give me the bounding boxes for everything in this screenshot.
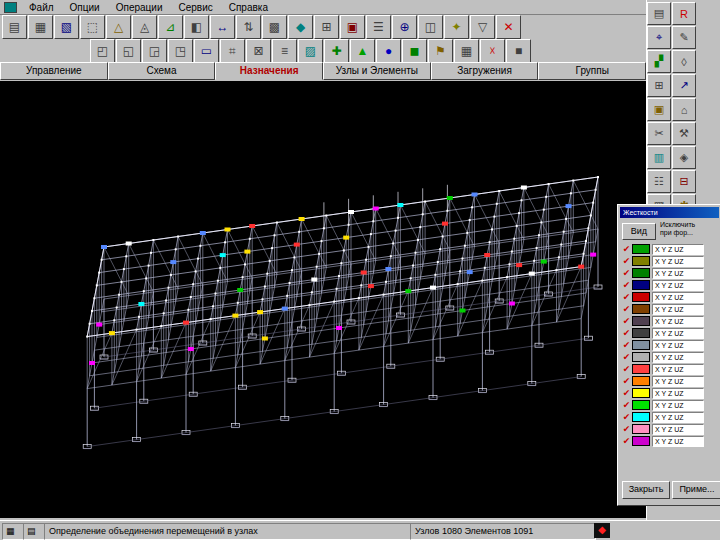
rigidity-row[interactable]: ✔X Y Z UZ: [621, 255, 719, 267]
rigidity-row[interactable]: ✔X Y Z UZ: [621, 387, 719, 399]
check-icon[interactable]: ✔: [621, 256, 632, 266]
check-icon[interactable]: ✔: [621, 388, 632, 398]
rigidity-row[interactable]: ✔X Y Z UZ: [621, 327, 719, 339]
check-icon[interactable]: ✔: [621, 400, 632, 410]
toolbar2-button-9[interactable]: ▨: [298, 39, 323, 63]
toolbar2-button-15[interactable]: ▦: [454, 39, 479, 63]
menu-item-4[interactable]: Сервис: [170, 1, 220, 14]
check-icon[interactable]: ✔: [621, 316, 632, 326]
dialog-titlebar[interactable]: Жесткости: [620, 207, 719, 218]
toolbar1-button-20[interactable]: ✕: [496, 15, 521, 39]
menu-item-3[interactable]: Операции: [108, 1, 171, 14]
check-icon[interactable]: ✔: [621, 244, 632, 254]
check-icon[interactable]: ✔: [621, 304, 632, 314]
toolbar1-button-12[interactable]: ◆: [288, 15, 313, 39]
status-icon-2[interactable]: ▤: [23, 523, 46, 540]
tab-2[interactable]: Схема: [108, 62, 216, 80]
check-icon[interactable]: ✔: [621, 328, 632, 338]
tab-4[interactable]: Узлы и Элементы: [323, 62, 431, 80]
toolbar2-button-1[interactable]: ◰: [90, 39, 115, 63]
toolbar1-button-15[interactable]: ☰: [366, 15, 391, 39]
tab-6[interactable]: Группы: [538, 62, 646, 80]
check-icon[interactable]: ✔: [621, 268, 632, 278]
check-icon[interactable]: ✔: [621, 292, 632, 302]
toolbar1-button-18[interactable]: ✦: [444, 15, 469, 39]
toolbar1-button-14[interactable]: ▣: [340, 15, 365, 39]
toolbar1-button-6[interactable]: ◬: [132, 15, 157, 39]
check-icon[interactable]: ✔: [621, 424, 632, 434]
toolbar1-button-17[interactable]: ◫: [418, 15, 443, 39]
toolbar2-button-3[interactable]: ◲: [142, 39, 167, 63]
toolbar2-button-12[interactable]: ●: [376, 39, 401, 63]
menu-item-5[interactable]: Справка: [221, 1, 276, 14]
rigidity-row[interactable]: ✔X Y Z UZ: [621, 399, 719, 411]
check-icon[interactable]: ✔: [621, 364, 632, 374]
rigidity-row[interactable]: ✔X Y Z UZ: [621, 291, 719, 303]
toolbar2-button-7[interactable]: ⊠: [246, 39, 271, 63]
rigidity-row[interactable]: ✔X Y Z UZ: [621, 363, 719, 375]
toolbar1-button-10[interactable]: ⇅: [236, 15, 261, 39]
toolbar1-button-5[interactable]: △: [106, 15, 131, 39]
right-tool-button-7[interactable]: ⊞: [647, 74, 671, 97]
toolbar2-button-10[interactable]: ✚: [324, 39, 349, 63]
toolbar2-button-17[interactable]: ■: [506, 39, 531, 63]
model-canvas[interactable]: [0, 81, 646, 518]
check-icon[interactable]: ✔: [621, 376, 632, 386]
toolbar1-button-19[interactable]: ▽: [470, 15, 495, 39]
toolbar2-button-6[interactable]: ⌗: [220, 39, 245, 63]
right-tool-button-13[interactable]: ▥: [647, 146, 671, 169]
toolbar1-button-7[interactable]: ⊿: [158, 15, 183, 39]
rigidity-row[interactable]: ✔X Y Z UZ: [621, 339, 719, 351]
right-tool-button-5[interactable]: ▞: [647, 50, 671, 73]
toolbar1-button-8[interactable]: ◧: [184, 15, 209, 39]
toolbar1-button-2[interactable]: ▦: [28, 15, 53, 39]
check-icon[interactable]: ✔: [621, 412, 632, 422]
rigidity-row[interactable]: ✔X Y Z UZ: [621, 423, 719, 435]
toolbar1-button-13[interactable]: ⊞: [314, 15, 339, 39]
toolbar2-button-2[interactable]: ◱: [116, 39, 141, 63]
toolbar1-button-16[interactable]: ⊕: [392, 15, 417, 39]
toolbar1-button-11[interactable]: ▩: [262, 15, 287, 39]
rigidity-row[interactable]: ✔X Y Z UZ: [621, 351, 719, 363]
right-tool-button-1[interactable]: ▤: [647, 2, 671, 25]
rigidity-row[interactable]: ✔X Y Z UZ: [621, 267, 719, 279]
right-tool-button-12[interactable]: ⚒: [672, 122, 696, 145]
right-tool-button-15[interactable]: ☷: [647, 170, 671, 193]
toolbar2-button-16[interactable]: ☓: [480, 39, 505, 63]
right-tool-button-3[interactable]: ⌖: [647, 26, 671, 49]
toolbar1-button-4[interactable]: ⬚: [80, 15, 105, 39]
right-tool-button-8[interactable]: ↗: [672, 74, 696, 97]
toolbar2-button-5[interactable]: ▭: [194, 39, 219, 63]
tab-1[interactable]: Управление: [0, 62, 108, 80]
toolbar2-button-14[interactable]: ⚑: [428, 39, 453, 63]
right-tool-button-9[interactable]: ▣: [647, 98, 671, 121]
status-icon-1[interactable]: ▦: [2, 523, 25, 540]
tab-3[interactable]: Назначения: [215, 62, 323, 80]
rigidity-row[interactable]: ✔X Y Z UZ: [621, 315, 719, 327]
toolbar2-button-4[interactable]: ◳: [168, 39, 193, 63]
check-icon[interactable]: ✔: [621, 340, 632, 350]
menu-item-2[interactable]: Опции: [62, 1, 108, 14]
dialog-view-button[interactable]: Вид: [622, 223, 656, 240]
check-icon[interactable]: ✔: [621, 436, 632, 446]
tab-5[interactable]: Загружения: [431, 62, 539, 80]
check-icon[interactable]: ✔: [621, 352, 632, 362]
rigidity-row[interactable]: ✔X Y Z UZ: [621, 279, 719, 291]
toolbar1-button-3[interactable]: ▧: [54, 15, 79, 39]
right-tool-button-2[interactable]: R: [672, 2, 696, 25]
menu-item-1[interactable]: Файл: [21, 1, 62, 14]
dialog-close-button[interactable]: Закрыть: [622, 481, 670, 499]
check-icon[interactable]: ✔: [621, 280, 632, 290]
toolbar1-button-9[interactable]: ↔: [210, 15, 235, 39]
rigidity-row[interactable]: ✔X Y Z UZ: [621, 435, 719, 447]
right-tool-button-16[interactable]: ⊟: [672, 170, 696, 193]
right-tool-button-4[interactable]: ✎: [672, 26, 696, 49]
rigidity-row[interactable]: ✔X Y Z UZ: [621, 411, 719, 423]
toolbar1-button-1[interactable]: ▤: [2, 15, 27, 39]
toolbar2-button-11[interactable]: ▲: [350, 39, 375, 63]
right-tool-button-11[interactable]: ✂: [647, 122, 671, 145]
toolbar2-button-13[interactable]: ◼: [402, 39, 427, 63]
right-tool-button-14[interactable]: ◈: [672, 146, 696, 169]
right-tool-button-10[interactable]: ⌂: [672, 98, 696, 121]
dialog-apply-button[interactable]: Приме...: [672, 481, 720, 499]
